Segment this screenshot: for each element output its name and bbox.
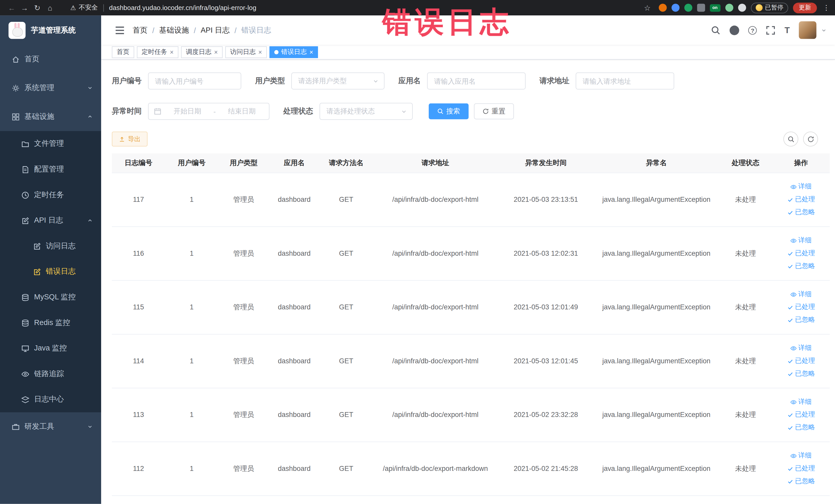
sidebar-item-access-log[interactable]: 访问日志 xyxy=(0,234,101,259)
tab-schedule-log[interactable]: 调度日志 × xyxy=(181,46,223,58)
app-logo[interactable]: 芋道管理系统 xyxy=(0,15,101,45)
detail-link[interactable]: 详细 xyxy=(790,182,812,191)
question-icon[interactable]: ? xyxy=(748,26,757,35)
sidebar-item-infrastructure[interactable]: 基础设施 xyxy=(0,102,101,131)
folder-icon xyxy=(21,140,29,148)
user-type-select[interactable]: 请选择用户类型 xyxy=(291,73,385,89)
extension-paw-icon[interactable] xyxy=(738,4,746,12)
export-button[interactable]: 导出 xyxy=(112,132,148,146)
tab-access-log[interactable]: 访问日志 × xyxy=(225,46,267,58)
breadcrumb-infrastructure[interactable]: 基础设施 xyxy=(159,25,189,35)
fullscreen-icon[interactable] xyxy=(766,25,775,35)
close-icon[interactable]: × xyxy=(309,49,313,55)
cell-exception-name: java.lang.IllegalArgumentException xyxy=(594,334,719,388)
breadcrumb-home[interactable]: 首页 xyxy=(133,25,148,35)
close-icon[interactable]: × xyxy=(170,49,174,55)
search-button[interactable]: 搜索 xyxy=(429,103,469,119)
sidebar-item-home[interactable]: 首页 xyxy=(0,45,101,74)
sidebar-item-redis-monitor[interactable]: Redis 监控 xyxy=(0,310,101,336)
user-avatar[interactable] xyxy=(799,21,816,39)
user-id-input[interactable] xyxy=(148,73,241,89)
browser-reload-icon[interactable]: ↻ xyxy=(31,1,44,14)
mark-ignored-link[interactable]: 已忽略 xyxy=(787,208,815,217)
tabs-bar: 首页 定时任务 × 调度日志 × 访问日志 × 错误日志 × xyxy=(101,45,835,60)
tab-error-log[interactable]: 错误日志 × xyxy=(269,46,318,58)
mark-processed-link[interactable]: 已处理 xyxy=(787,356,815,365)
github-icon[interactable] xyxy=(730,25,739,35)
cell-request-url: /api/infra/db-doc/export-html xyxy=(373,334,498,388)
toggle-search-button[interactable] xyxy=(783,132,798,146)
sidebar-item-scheduled-tasks[interactable]: 定时任务 xyxy=(0,182,101,208)
sidebar-item-log-center[interactable]: 日志中心 xyxy=(0,387,101,412)
sidebar-item-api-log[interactable]: API 日志 xyxy=(0,208,101,234)
sidebar-item-error-log[interactable]: 错误日志 xyxy=(0,259,101,284)
sidebar-item-mysql-monitor[interactable]: MySQL 监控 xyxy=(0,284,101,310)
sidebar-fold-icon[interactable] xyxy=(115,25,125,35)
app-name-input[interactable] xyxy=(427,73,526,89)
font-size-icon[interactable]: T xyxy=(785,26,790,35)
detail-link[interactable]: 详细 xyxy=(790,398,812,406)
extension-leaf-icon[interactable] xyxy=(725,4,733,12)
eye-icon xyxy=(790,399,797,405)
cell-exception-name: java.lang.IllegalArgumentException xyxy=(594,388,719,442)
cell-actions: 详细 已处理 已忽略 xyxy=(772,388,830,442)
mark-ignored-link[interactable]: 已忽略 xyxy=(787,262,815,270)
detail-link[interactable]: 详细 xyxy=(790,236,812,245)
sidebar-item-trace[interactable]: 链路追踪 xyxy=(0,361,101,387)
mark-processed-link[interactable]: 已处理 xyxy=(787,195,815,204)
cell-user-id: 1 xyxy=(165,334,218,388)
extension-icon-4[interactable] xyxy=(697,4,705,12)
browser-forward-icon[interactable]: → xyxy=(18,1,31,14)
mark-processed-link[interactable]: 已处理 xyxy=(787,249,815,258)
search-icon[interactable] xyxy=(711,25,720,35)
mark-processed-link[interactable]: 已处理 xyxy=(787,464,815,473)
check-icon xyxy=(787,370,793,377)
process-status-select[interactable]: 请选择处理状态 xyxy=(320,103,413,120)
breadcrumb: 首页 / 基础设施 / API 日志 / 错误日志 xyxy=(133,25,271,35)
request-url-input[interactable] xyxy=(576,73,674,89)
mark-processed-link[interactable]: 已处理 xyxy=(787,302,815,311)
sidebar-item-file-mgmt[interactable]: 文件管理 xyxy=(0,131,101,157)
sidebar: 芋道管理系统 首页 系统管理 基础设施 xyxy=(0,15,101,504)
address-bar[interactable]: dashboard.yudao.iocoder.cn/infra/log/api… xyxy=(109,4,257,12)
extension-icon-2[interactable] xyxy=(671,4,679,12)
mark-ignored-link[interactable]: 已忽略 xyxy=(787,315,815,324)
tab-home[interactable]: 首页 xyxy=(112,46,134,58)
close-icon[interactable]: × xyxy=(214,49,218,55)
breadcrumb-api-log[interactable]: API 日志 xyxy=(201,25,230,35)
layers-icon xyxy=(21,396,29,403)
cell-exception-time: 2021-05-02 21:45:28 xyxy=(498,442,594,496)
browser-menu-icon[interactable]: ⋮ xyxy=(823,4,830,12)
sidebar-item-system-mgmt[interactable]: 系统管理 xyxy=(0,74,101,102)
mark-processed-link[interactable]: 已处理 xyxy=(787,410,815,419)
sidebar-item-dev-tools[interactable]: 研发工具 xyxy=(0,412,101,441)
home-icon xyxy=(12,55,20,63)
refresh-button[interactable] xyxy=(803,132,818,146)
breadcrumb-separator: / xyxy=(235,26,237,35)
sidebar-item-java-monitor[interactable]: Java 监控 xyxy=(0,336,101,361)
exception-time-range-picker[interactable]: 开始日期 - 结束日期 xyxy=(148,103,269,120)
tab-scheduled-tasks[interactable]: 定时任务 × xyxy=(137,46,178,58)
profile-paused-chip[interactable]: 已暂停 xyxy=(751,2,788,13)
extension-on-badge[interactable]: on xyxy=(710,4,720,12)
close-icon[interactable]: × xyxy=(258,49,262,55)
chevron-down-icon[interactable] xyxy=(821,27,827,33)
browser-home-icon[interactable]: ⌂ xyxy=(44,1,57,14)
browser-back-icon[interactable]: ← xyxy=(5,1,18,14)
date-range-separator: - xyxy=(213,107,216,115)
extension-icon-1[interactable] xyxy=(658,4,666,12)
sidebar-item-config-mgmt[interactable]: 配置管理 xyxy=(0,157,101,182)
extension-icon-3[interactable] xyxy=(684,4,692,12)
bookmark-star-icon[interactable]: ☆ xyxy=(641,1,654,14)
mark-ignored-link[interactable]: 已忽略 xyxy=(787,423,815,432)
table-toolbar: 导出 xyxy=(112,132,824,146)
mark-ignored-link[interactable]: 已忽略 xyxy=(787,477,815,486)
site-security[interactable]: ⚠ 不安全 xyxy=(70,3,98,12)
chrome-update-button[interactable]: 更新 xyxy=(793,2,817,13)
mark-ignored-link[interactable]: 已忽略 xyxy=(787,369,815,378)
detail-link[interactable]: 详细 xyxy=(790,451,812,460)
cell-method: GET xyxy=(320,334,373,388)
reset-button[interactable]: 重置 xyxy=(474,103,514,119)
detail-link[interactable]: 详细 xyxy=(790,290,812,299)
detail-link[interactable]: 详细 xyxy=(790,344,812,352)
